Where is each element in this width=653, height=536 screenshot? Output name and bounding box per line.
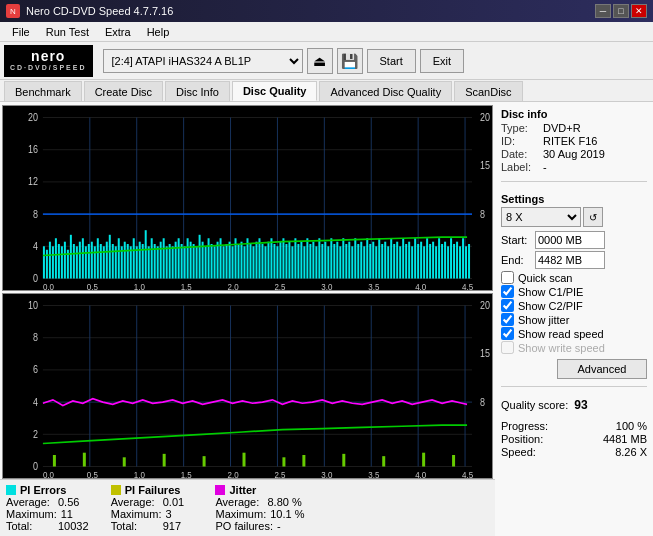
svg-rect-93 xyxy=(217,242,219,279)
start-input[interactable] xyxy=(535,231,605,249)
minimize-button[interactable]: ─ xyxy=(595,4,611,18)
pi-errors-label: PI Errors xyxy=(20,484,66,496)
show-c2pif-label: Show C2/PIF xyxy=(518,300,583,312)
charts-section: 20 16 12 8 4 0 20 15 8 0.0 0.5 1.0 1.5 2… xyxy=(0,102,495,536)
svg-rect-127 xyxy=(318,238,320,278)
pi-errors-color xyxy=(6,485,16,495)
position-label: Position: xyxy=(501,433,543,445)
pif-total-value: 917 xyxy=(163,520,203,532)
show-c1pie-checkbox[interactable] xyxy=(501,285,514,298)
stats-bar: PI Errors Average: 0.56 Maximum: 11 Tota… xyxy=(0,479,495,536)
start-label: Start: xyxy=(501,234,531,246)
maximize-button[interactable]: □ xyxy=(613,4,629,18)
svg-rect-145 xyxy=(372,242,374,279)
tab-benchmark[interactable]: Benchmark xyxy=(4,81,82,101)
drive-selector[interactable]: [2:4] ATAPI iHAS324 A BL1P xyxy=(103,49,303,73)
pi-failures-max: Maximum: 3 xyxy=(111,508,206,520)
svg-rect-131 xyxy=(330,238,332,278)
pi-failures-label: PI Failures xyxy=(125,484,181,496)
svg-rect-48 xyxy=(82,238,84,278)
svg-rect-179 xyxy=(3,294,492,478)
pi-failures-title: PI Failures xyxy=(111,484,206,496)
svg-rect-85 xyxy=(193,244,195,279)
svg-text:2.0: 2.0 xyxy=(228,281,239,290)
speed-selector[interactable]: 8 X xyxy=(501,207,581,227)
id-value: RITEK F16 xyxy=(543,135,597,147)
app-icon: N xyxy=(6,4,20,18)
app-logo: nero CD·DVD/SPEED xyxy=(4,45,93,77)
svg-text:0.5: 0.5 xyxy=(87,281,98,290)
svg-rect-120 xyxy=(297,244,299,279)
svg-rect-50 xyxy=(88,244,90,279)
svg-rect-121 xyxy=(300,242,302,279)
speed-row-progress: Speed: 8.26 X xyxy=(501,446,647,458)
jitter-avg-label: Average: xyxy=(215,496,263,508)
menu-help[interactable]: Help xyxy=(139,24,178,40)
eject-button[interactable]: ⏏ xyxy=(307,48,333,74)
show-c1pie-row: Show C1/PIE xyxy=(501,285,647,298)
disc-type-row: Type: DVD+R xyxy=(501,122,647,134)
pi-errors-title: PI Errors xyxy=(6,484,101,496)
svg-rect-105 xyxy=(252,246,254,278)
svg-rect-82 xyxy=(184,246,186,278)
close-button[interactable]: ✕ xyxy=(631,4,647,18)
date-value: 30 Aug 2019 xyxy=(543,148,605,160)
tab-disc-quality[interactable]: Disc Quality xyxy=(232,81,318,101)
refresh-button[interactable]: ↺ xyxy=(583,207,603,227)
svg-rect-177 xyxy=(468,244,470,279)
menu-extra[interactable]: Extra xyxy=(97,24,139,40)
start-button[interactable]: Start xyxy=(367,49,416,73)
quick-scan-row: Quick scan xyxy=(501,271,647,284)
svg-text:4: 4 xyxy=(33,240,39,252)
svg-rect-130 xyxy=(327,246,329,278)
tab-advanced-disc-quality[interactable]: Advanced Disc Quality xyxy=(319,81,452,101)
jitter-avg: Average: 8.80 % xyxy=(215,496,316,508)
exit-button[interactable]: Exit xyxy=(420,49,464,73)
svg-rect-172 xyxy=(453,244,455,279)
tab-disc-info[interactable]: Disc Info xyxy=(165,81,230,101)
quality-score-value: 93 xyxy=(574,398,587,412)
pi-failures-color xyxy=(111,485,121,495)
svg-rect-107 xyxy=(258,238,260,278)
date-label: Date: xyxy=(501,148,539,160)
svg-rect-75 xyxy=(163,238,165,278)
svg-rect-176 xyxy=(465,246,467,278)
svg-rect-132 xyxy=(333,244,335,279)
svg-rect-109 xyxy=(264,246,266,278)
position-row: Position: 4481 MB xyxy=(501,433,647,445)
svg-text:15: 15 xyxy=(480,160,490,172)
menu-file[interactable]: File xyxy=(4,24,38,40)
svg-rect-80 xyxy=(178,238,180,278)
show-c2pif-checkbox[interactable] xyxy=(501,299,514,312)
pif-total-label: Total: xyxy=(111,520,159,532)
svg-rect-90 xyxy=(208,238,210,278)
jitter-label: Jitter xyxy=(229,484,256,496)
svg-rect-35 xyxy=(43,246,45,278)
tab-create-disc[interactable]: Create Disc xyxy=(84,81,163,101)
tab-scandisc[interactable]: ScanDisc xyxy=(454,81,522,101)
svg-text:1.5: 1.5 xyxy=(181,281,192,290)
save-button[interactable]: 💾 xyxy=(337,48,363,74)
advanced-button[interactable]: Advanced xyxy=(557,359,647,379)
jitter-max-value: 10.1 % xyxy=(270,508,310,520)
pi-errors-avg: Average: 0.56 xyxy=(6,496,101,508)
show-read-checkbox[interactable] xyxy=(501,327,514,340)
menu-runtest[interactable]: Run Test xyxy=(38,24,97,40)
pi-errors-stats: PI Errors Average: 0.56 Maximum: 11 Tota… xyxy=(6,484,101,532)
quality-score-label: Quality score: xyxy=(501,399,568,411)
svg-rect-149 xyxy=(384,242,386,279)
svg-rect-36 xyxy=(46,250,48,279)
svg-rect-88 xyxy=(202,242,204,279)
svg-rect-222 xyxy=(342,454,345,467)
end-input[interactable] xyxy=(535,251,605,269)
svg-rect-125 xyxy=(312,242,314,279)
svg-text:3.0: 3.0 xyxy=(321,469,332,478)
titlebar-buttons: ─ □ ✕ xyxy=(595,4,647,18)
pi-total-value: 10032 xyxy=(58,520,98,532)
charts-area: 20 16 12 8 4 0 20 15 8 0.0 0.5 1.0 1.5 2… xyxy=(0,102,495,479)
id-label: ID: xyxy=(501,135,539,147)
quick-scan-checkbox[interactable] xyxy=(501,271,514,284)
divider2 xyxy=(501,386,647,387)
show-jitter-checkbox[interactable] xyxy=(501,313,514,326)
menubar: File Run Test Extra Help xyxy=(0,22,653,42)
